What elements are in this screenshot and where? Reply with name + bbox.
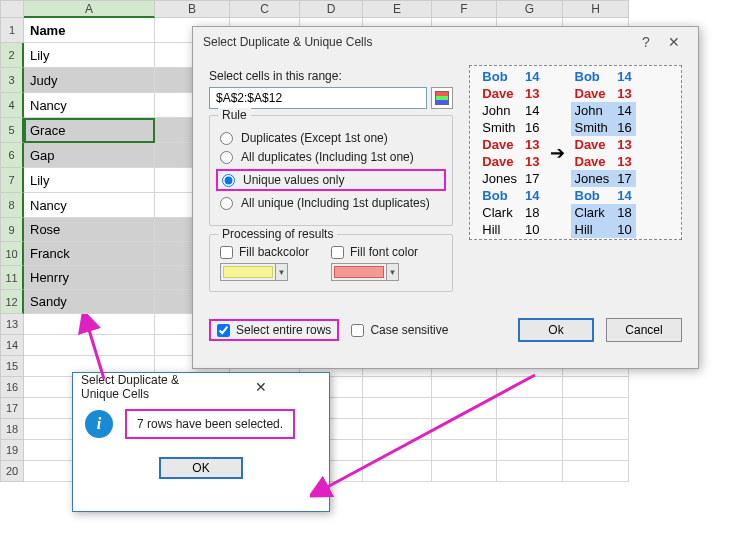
grid-icon	[435, 91, 449, 105]
rule-group: Rule Duplicates (Except 1st one) All dup…	[209, 115, 453, 226]
info-icon: i	[85, 410, 113, 438]
cell[interactable]	[24, 335, 155, 356]
cell[interactable]: Lily	[24, 168, 155, 193]
radio-unique-only[interactable]: Unique values only	[216, 169, 446, 191]
row-header[interactable]: 11	[0, 266, 24, 290]
row-header[interactable]: 15	[0, 356, 24, 377]
ok-button[interactable]: OK	[159, 457, 243, 479]
cell[interactable]	[363, 398, 432, 419]
help-icon[interactable]: ?	[632, 34, 660, 50]
processing-group-title: Processing of results	[218, 227, 337, 241]
cell[interactable]	[563, 419, 629, 440]
cell[interactable]: Grace	[24, 118, 155, 143]
radio-all-unique[interactable]: All unique (Including 1st duplicates)	[220, 196, 442, 210]
cell[interactable]: Nancy	[24, 193, 155, 218]
cancel-button[interactable]: Cancel	[606, 318, 682, 342]
cell[interactable]: Judy	[24, 68, 155, 93]
dialog-select-duplicate-unique: Select Duplicate & Unique Cells ? ✕ Sele…	[192, 26, 699, 369]
range-input[interactable]	[209, 87, 427, 109]
row-header[interactable]: 9	[0, 218, 24, 242]
row-header[interactable]: 16	[0, 377, 24, 398]
cell[interactable]: Lily	[24, 43, 155, 68]
cell[interactable]: Henrry	[24, 266, 155, 290]
close-icon[interactable]: ✕	[201, 379, 321, 395]
backcolor-swatch[interactable]: ▼	[220, 263, 288, 281]
row-header[interactable]: 2	[0, 43, 24, 68]
cell[interactable]: Name	[24, 18, 155, 43]
row-header[interactable]: 12	[0, 290, 24, 314]
dialog-title: Select Duplicate & Unique Cells	[203, 35, 632, 49]
cell[interactable]	[563, 461, 629, 482]
chevron-down-icon: ▼	[386, 264, 398, 280]
result-message: 7 rows have been selected.	[125, 409, 295, 439]
select-range-label: Select cells in this range:	[209, 69, 453, 83]
cell[interactable]: Rose	[24, 218, 155, 242]
col-header-C[interactable]: C	[230, 0, 300, 18]
cell[interactable]	[363, 377, 432, 398]
row-header[interactable]: 7	[0, 168, 24, 193]
row-header[interactable]: 13	[0, 314, 24, 335]
radio-duplicates-except-first[interactable]: Duplicates (Except 1st one)	[220, 131, 442, 145]
cell[interactable]: Sandy	[24, 290, 155, 314]
dialog-result: Select Duplicate & Unique Cells ✕ i 7 ro…	[72, 372, 330, 512]
ok-button[interactable]: Ok	[518, 318, 594, 342]
cell[interactable]	[563, 377, 629, 398]
cell[interactable]	[497, 377, 563, 398]
range-picker-button[interactable]	[431, 87, 453, 109]
cell[interactable]	[363, 419, 432, 440]
cell[interactable]	[497, 419, 563, 440]
close-icon[interactable]: ✕	[660, 34, 688, 50]
row-header[interactable]: 18	[0, 419, 24, 440]
radio-all-duplicates[interactable]: All duplicates (Including 1st one)	[220, 150, 442, 164]
cell[interactable]	[432, 440, 497, 461]
check-select-entire-rows[interactable]: Select entire rows	[209, 319, 339, 341]
row-header[interactable]: 20	[0, 461, 24, 482]
row-header[interactable]: 10	[0, 242, 24, 266]
row-header[interactable]: 8	[0, 193, 24, 218]
row-header[interactable]: 4	[0, 93, 24, 118]
cell[interactable]: Franck	[24, 242, 155, 266]
cell[interactable]	[497, 461, 563, 482]
col-header-E[interactable]: E	[363, 0, 432, 18]
col-header-A[interactable]: A	[24, 0, 155, 18]
arrow-right-icon: ➔	[550, 142, 565, 164]
col-header-G[interactable]: G	[497, 0, 563, 18]
cell[interactable]	[24, 314, 155, 335]
row-header[interactable]: 19	[0, 440, 24, 461]
cell[interactable]	[432, 419, 497, 440]
row-header[interactable]: 1	[0, 18, 24, 43]
chevron-down-icon: ▼	[275, 264, 287, 280]
col-header-B[interactable]: B	[155, 0, 230, 18]
cell[interactable]	[432, 377, 497, 398]
col-header-H[interactable]: H	[563, 0, 629, 18]
col-header-D[interactable]: D	[300, 0, 363, 18]
cell[interactable]	[363, 461, 432, 482]
cell[interactable]	[497, 398, 563, 419]
cell[interactable]: Nancy	[24, 93, 155, 118]
row-header[interactable]: 3	[0, 68, 24, 93]
cell[interactable]	[363, 440, 432, 461]
cell[interactable]	[497, 440, 563, 461]
preview-panel: Bob14Dave13John14Smith16Dave13Dave13Jone…	[469, 65, 682, 240]
cell[interactable]: Gap	[24, 143, 155, 168]
cell[interactable]	[432, 461, 497, 482]
row-header[interactable]: 17	[0, 398, 24, 419]
row-header[interactable]: 6	[0, 143, 24, 168]
dialog2-title: Select Duplicate & Unique Cells	[81, 373, 201, 401]
cell[interactable]	[563, 440, 629, 461]
row-header[interactable]: 5	[0, 118, 24, 143]
cell[interactable]	[563, 398, 629, 419]
fontcolor-swatch[interactable]: ▼	[331, 263, 399, 281]
check-fill-backcolor[interactable]: Fill backcolor	[220, 245, 309, 259]
select-all-corner[interactable]	[0, 0, 24, 18]
check-fill-fontcolor[interactable]: Fill font color	[331, 245, 418, 259]
cell[interactable]	[432, 398, 497, 419]
check-case-sensitive[interactable]: Case sensitive	[351, 323, 448, 337]
col-header-F[interactable]: F	[432, 0, 497, 18]
processing-group: Processing of results Fill backcolor ▼ F…	[209, 234, 453, 292]
row-header[interactable]: 14	[0, 335, 24, 356]
rule-group-title: Rule	[218, 108, 251, 122]
